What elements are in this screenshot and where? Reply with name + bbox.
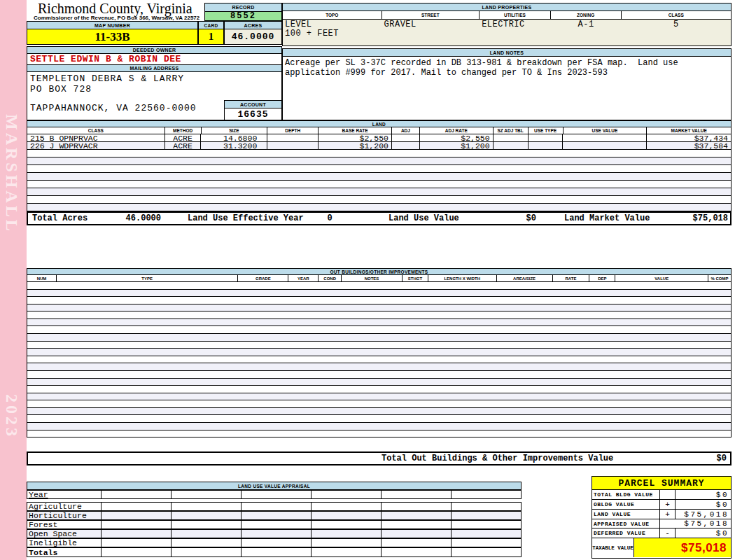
summary-value: $0 xyxy=(676,490,731,499)
column-header: STHGT xyxy=(402,275,428,281)
appraisal-cell xyxy=(241,521,311,528)
appraisal-cell xyxy=(381,548,451,556)
appraisal-cell xyxy=(241,530,311,538)
total-acres-value: 46.0000 xyxy=(105,214,161,223)
out-buildings-total-label: Total Out Buildings & Other Improvements… xyxy=(382,454,613,463)
empty-row xyxy=(27,408,731,416)
column-header: ADJ xyxy=(392,127,420,134)
land-method-cell: ACRE xyxy=(165,134,202,141)
empty-row xyxy=(27,393,731,401)
map-number-label: MAP NUMBER xyxy=(27,21,198,29)
land-base-rate-cell: $1,200 xyxy=(318,142,392,149)
appraisal-cell xyxy=(101,548,171,556)
taxable-value-label: TAXABLE VALUE xyxy=(592,538,634,557)
summary-operator xyxy=(660,519,676,528)
appraisal-row-label: Open Space xyxy=(27,530,101,538)
land-section-title: LAND xyxy=(27,120,732,127)
empty-row xyxy=(27,158,731,165)
empty-row xyxy=(27,363,731,371)
appraisal-row-label: Forest xyxy=(27,521,101,528)
appraisal-cell xyxy=(381,539,451,547)
empty-row xyxy=(27,150,731,158)
sidebar-year-label: 2023 xyxy=(2,394,21,439)
parcel-summary-row: LAND VALUE + $75,018 xyxy=(592,510,731,519)
account-value: 16635 xyxy=(224,108,282,120)
empty-row xyxy=(27,304,731,312)
parcel-summary-box: PARCEL SUMMARY TOTAL BLDG VALUE $0 OBLDG… xyxy=(592,476,732,559)
column-header: USE TYPE xyxy=(528,127,564,134)
summary-value: $75,018 xyxy=(676,519,731,528)
appraisal-cell xyxy=(451,548,521,556)
map-number-value: 11-33B xyxy=(27,29,198,45)
column-header: BASE RATE xyxy=(318,127,392,134)
land-adj-cell xyxy=(392,134,420,141)
land-properties-box: LAND PROPERTIES TOPO STREET UTILITIES ZO… xyxy=(282,3,732,46)
empty-row xyxy=(27,430,731,438)
appraisal-cell xyxy=(241,548,311,556)
empty-row xyxy=(27,356,731,364)
out-buildings-total-row: Total Out Buildings & Other Improvements… xyxy=(27,451,732,465)
empty-row xyxy=(27,334,731,342)
empty-row xyxy=(27,165,731,173)
column-header: USE VALUE xyxy=(564,127,648,134)
street-value: GRAVEL xyxy=(382,20,480,29)
land-properties-title: LAND PROPERTIES xyxy=(283,4,731,11)
mailing-line: TEMPLETON DEBRA S & LARRY xyxy=(30,74,184,84)
column-header: TOPO xyxy=(283,11,382,19)
land-table-row: 226 J WDPRVACR ACRE 31.3200 $1,200 $1,20… xyxy=(27,142,732,150)
appraisal-row-label: Horticulture xyxy=(27,512,101,519)
appraisal-cell xyxy=(171,512,241,519)
column-header: CLASS xyxy=(622,11,732,19)
appraisal-cell xyxy=(101,503,171,510)
appraisal-cell xyxy=(451,530,521,538)
parcel-summary-title: PARCEL SUMMARY xyxy=(592,477,731,490)
taxable-value: $75,018 xyxy=(634,538,731,557)
summary-label: TOTAL BLDG VALUE xyxy=(592,490,660,499)
column-header: TYPE xyxy=(57,275,238,281)
empty-row xyxy=(27,386,731,393)
out-buildings-total-value: $0 xyxy=(717,454,727,463)
empty-row xyxy=(27,312,731,319)
record-card-page: Richmond County, Virginia Commissioner o… xyxy=(27,0,732,560)
summary-operator: - xyxy=(660,528,676,538)
summary-value: $0 xyxy=(676,528,731,538)
column-header: DEP xyxy=(589,275,615,281)
appraisal-cell xyxy=(101,539,171,547)
land-notes-text: Acreage per SL 3-37C recorded in DB 313-… xyxy=(283,57,731,79)
empty-row xyxy=(27,282,731,290)
land-class-cell: 226 J WDPRVACR xyxy=(27,142,165,149)
appraisal-cell xyxy=(451,503,521,510)
taxable-value-row: TAXABLE VALUE $75,018 xyxy=(592,538,731,557)
appraisal-row-label: Year xyxy=(27,491,101,498)
column-header: YEAR xyxy=(288,275,318,281)
topo-value: LEVEL xyxy=(283,20,382,29)
summary-label: LAND VALUE xyxy=(592,510,660,519)
land-use-appraisal-title: LAND USE VALUE APPRAISAL xyxy=(27,482,522,490)
column-header: SZ ADJ TBL xyxy=(493,127,528,134)
appraisal-cell xyxy=(101,512,171,519)
empty-row xyxy=(27,342,731,349)
appraisal-row-label: Agriculture xyxy=(27,503,101,510)
appraisal-cell xyxy=(241,512,311,519)
card-value: 1 xyxy=(198,29,224,45)
empty-row xyxy=(27,379,731,386)
appraisal-cell xyxy=(451,491,521,498)
empty-row xyxy=(27,371,731,379)
empty-row xyxy=(27,349,731,356)
column-header: ZONING xyxy=(551,11,622,19)
appraisal-row-label: Ineligible xyxy=(27,539,101,547)
column-header: NOTES xyxy=(342,275,402,281)
column-header: GRADE xyxy=(238,275,288,281)
empty-row xyxy=(27,326,731,334)
lua-row: Horticulture xyxy=(27,511,522,520)
empty-row xyxy=(27,181,731,188)
appraisal-cell xyxy=(171,503,241,510)
appraisal-cell xyxy=(451,512,521,519)
appraisal-cell xyxy=(311,512,381,519)
appraisal-cell xyxy=(171,491,241,498)
land-properties-header: TOPO STREET UTILITIES ZONING CLASS xyxy=(283,11,731,20)
land-use-type-cell xyxy=(528,134,564,141)
land-depth-cell xyxy=(267,134,318,141)
appraisal-cell xyxy=(241,503,311,510)
appraisal-cell xyxy=(311,530,381,538)
